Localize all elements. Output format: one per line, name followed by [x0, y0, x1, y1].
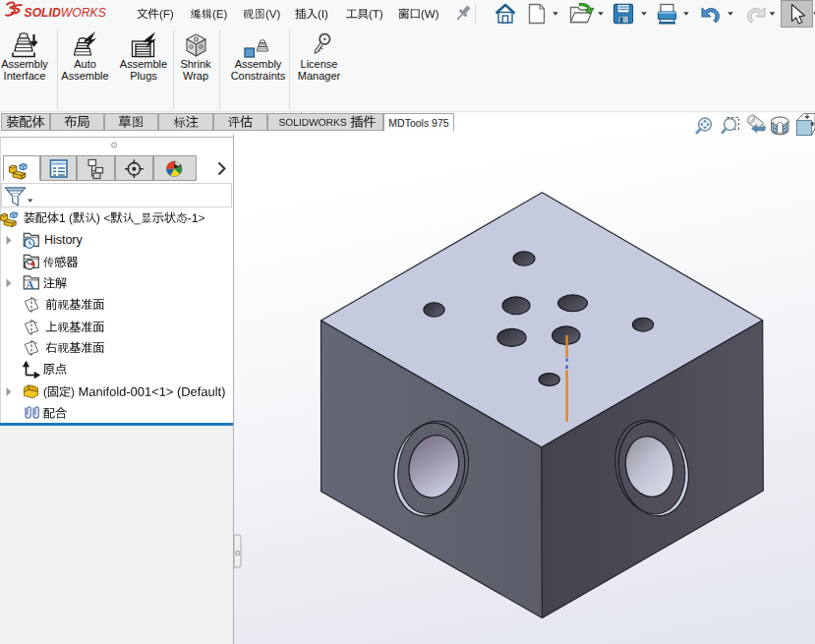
svg-text:A: A [26, 278, 34, 292]
svg-text:SOLIDWORKS: SOLIDWORKS [25, 6, 106, 20]
